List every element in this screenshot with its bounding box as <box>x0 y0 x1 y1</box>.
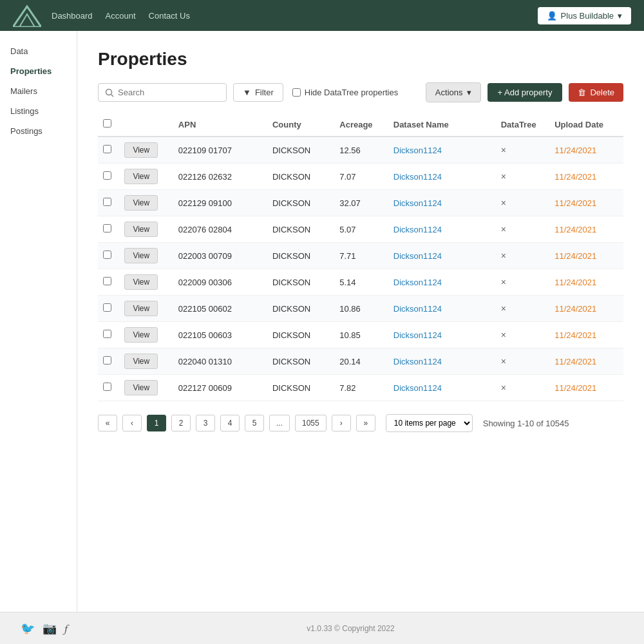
svg-line-3 <box>111 94 114 97</box>
sidebar-item-listings[interactable]: Listings <box>0 101 77 121</box>
row-apn: 022076 02804 <box>173 216 267 243</box>
delete-button[interactable]: 🗑 Delete <box>569 83 623 102</box>
view-button[interactable]: View <box>124 142 158 158</box>
user-menu-button[interactable]: 👤 Plus Buildable ▾ <box>538 7 631 24</box>
filter-button[interactable]: ▼ Filter <box>233 83 283 102</box>
app-body: Data Properties Mailers Listings Posting… <box>0 31 644 612</box>
top-nav: Dashboard Account Contact Us 👤 Plus Buil… <box>0 0 644 31</box>
row-view-cell: View <box>119 296 173 322</box>
view-button[interactable]: View <box>124 327 158 343</box>
search-input[interactable] <box>118 84 220 101</box>
sidebar-item-postings[interactable]: Postings <box>0 121 77 141</box>
page-5-button[interactable]: 5 <box>245 415 264 431</box>
row-apn: 022105 00603 <box>173 322 267 348</box>
header-apn: APN <box>173 113 267 137</box>
row-checkbox[interactable] <box>103 145 111 153</box>
row-acreage: 5.14 <box>334 269 388 296</box>
row-acreage: 32.07 <box>334 190 388 216</box>
instagram-icon[interactable]: 📷 <box>43 621 57 636</box>
row-datatree: × <box>496 164 549 190</box>
table-row: View 022003 00709 DICKSON 7.71 Dickson11… <box>98 243 623 269</box>
row-datatree: × <box>496 137 549 164</box>
page-4-button[interactable]: 4 <box>220 415 240 431</box>
row-dataset: Dickson1124 <box>388 137 496 164</box>
row-checkbox[interactable] <box>103 383 111 391</box>
row-apn: 022109 01707 <box>173 137 267 164</box>
row-checkbox[interactable] <box>103 198 111 206</box>
view-button[interactable]: View <box>124 274 158 290</box>
row-checkbox-cell <box>98 269 119 296</box>
row-view-cell: View <box>119 375 173 401</box>
page-first-button[interactable]: « <box>98 415 117 431</box>
row-acreage: 7.82 <box>334 375 388 401</box>
sidebar-item-properties[interactable]: Properties <box>0 61 77 81</box>
row-apn: 022129 09100 <box>173 190 267 216</box>
row-dataset: Dickson1124 <box>388 296 496 322</box>
page-prev-button[interactable]: ‹ <box>122 415 142 431</box>
dataset-link[interactable]: Dickson1124 <box>393 357 442 366</box>
dataset-link[interactable]: Dickson1124 <box>393 383 442 393</box>
header-county: County <box>267 113 334 137</box>
row-view-cell: View <box>119 322 173 348</box>
datatree-x-icon: × <box>501 330 506 340</box>
nav-dashboard[interactable]: Dashboard <box>52 11 93 21</box>
view-button[interactable]: View <box>124 222 158 237</box>
page-2-button[interactable]: 2 <box>171 415 191 431</box>
header-select-all <box>98 113 119 137</box>
view-button[interactable]: View <box>124 169 158 184</box>
dataset-link[interactable]: Dickson1124 <box>393 251 442 261</box>
view-button[interactable]: View <box>124 248 158 263</box>
dataset-link[interactable]: Dickson1124 <box>393 225 442 234</box>
row-checkbox[interactable] <box>103 224 111 232</box>
page-last-num-button[interactable]: 1055 <box>295 415 327 431</box>
view-button[interactable]: View <box>124 301 158 316</box>
dataset-link[interactable]: Dickson1124 <box>393 330 442 340</box>
row-checkbox[interactable] <box>103 303 111 312</box>
row-datatree: × <box>496 322 549 348</box>
sidebar-item-mailers[interactable]: Mailers <box>0 81 77 101</box>
row-checkbox[interactable] <box>103 356 111 365</box>
row-county: DICKSON <box>267 375 334 401</box>
datatree-x-icon: × <box>501 251 506 261</box>
select-all-checkbox[interactable] <box>103 119 111 128</box>
dataset-link[interactable]: Dickson1124 <box>393 278 442 287</box>
table-header-row: APN County Acreage Dataset Name DataTree… <box>98 113 623 137</box>
page-3-button[interactable]: 3 <box>196 415 215 431</box>
actions-button[interactable]: Actions ▾ <box>426 82 481 102</box>
row-dataset: Dickson1124 <box>388 164 496 190</box>
add-property-button[interactable]: + Add property <box>488 83 563 102</box>
main-content: Properties ▼ Filter Hide DataTree proper… <box>77 31 644 612</box>
sidebar-item-data[interactable]: Data <box>0 41 77 61</box>
row-county: DICKSON <box>267 190 334 216</box>
facebook-icon[interactable]: 𝑓 <box>64 622 68 636</box>
row-checkbox[interactable] <box>103 171 111 180</box>
dataset-link[interactable]: Dickson1124 <box>393 304 442 314</box>
view-button[interactable]: View <box>124 354 158 369</box>
hide-datatree-checkbox[interactable] <box>292 88 301 97</box>
page-next-button[interactable]: › <box>332 415 351 431</box>
row-upload-date: 11/24/2021 <box>549 164 623 190</box>
row-checkbox[interactable] <box>103 251 111 259</box>
row-checkbox[interactable] <box>103 330 111 338</box>
header-acreage: Acreage <box>334 113 388 137</box>
page-last-button[interactable]: » <box>356 415 375 431</box>
twitter-icon[interactable]: 🐦 <box>21 621 35 636</box>
row-upload-date: 11/24/2021 <box>549 348 623 375</box>
chevron-down-icon: ▾ <box>618 11 622 21</box>
nav-account[interactable]: Account <box>106 11 136 21</box>
dataset-link[interactable]: Dickson1124 <box>393 172 442 182</box>
row-checkbox[interactable] <box>103 277 111 285</box>
page-1-button[interactable]: 1 <box>147 415 166 431</box>
row-apn: 022127 00609 <box>173 375 267 401</box>
dataset-link[interactable]: Dickson1124 <box>393 198 442 208</box>
nav-contact[interactable]: Contact Us <box>149 11 190 21</box>
row-upload-date: 11/24/2021 <box>549 243 623 269</box>
row-upload-date: 11/24/2021 <box>549 296 623 322</box>
dataset-link[interactable]: Dickson1124 <box>393 146 442 155</box>
showing-text: Showing 1-10 of 10545 <box>483 419 569 428</box>
view-button[interactable]: View <box>124 195 158 211</box>
view-button[interactable]: View <box>124 380 158 395</box>
items-per-page-select[interactable]: 10 items per page 25 items per page 50 i… <box>386 414 473 432</box>
row-dataset: Dickson1124 <box>388 348 496 375</box>
row-datatree: × <box>496 190 549 216</box>
